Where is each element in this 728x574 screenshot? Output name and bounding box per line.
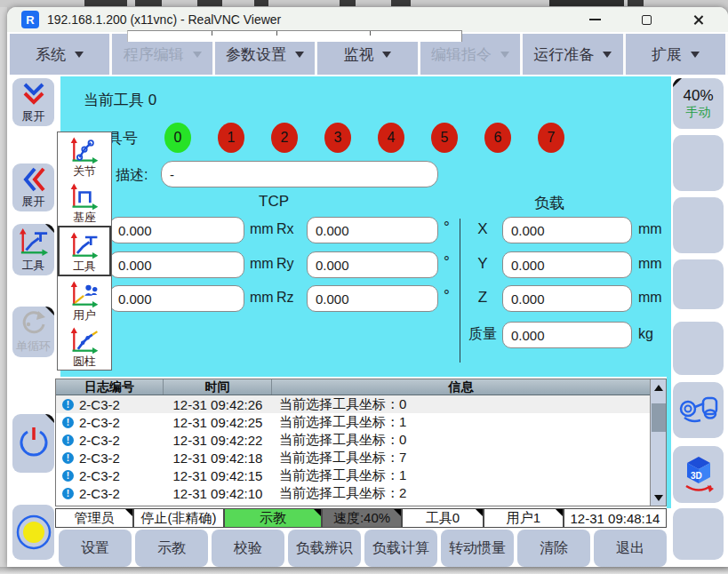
status-tool[interactable]: 工具0 <box>402 508 484 528</box>
hand-guide-button[interactable] <box>673 382 724 438</box>
hand-guide-icon <box>677 391 720 430</box>
log-id: 2-C3-2 <box>79 468 120 483</box>
desktop-background-bottom <box>0 567 728 574</box>
right-rail-button-empty-3[interactable] <box>673 259 724 309</box>
tcp-rz-label: Rz <box>276 290 294 306</box>
coord-item-joint[interactable]: 关节 <box>58 132 111 179</box>
tool-frame-button[interactable]: 工具 <box>12 224 54 275</box>
info-icon: ! <box>62 488 74 499</box>
menu-label: 编辑指令 <box>431 44 492 65</box>
title-bar[interactable]: R 192.168.1.200 (x11vnc) - RealVNC Viewe… <box>7 7 728 32</box>
tool-circle-2[interactable]: 2 <box>271 123 298 153</box>
load-y-input[interactable] <box>502 251 632 278</box>
coordinate-frame-panel: 关节 基座 工具 <box>57 132 112 371</box>
desktop-fragment <box>549 0 624 6</box>
coord-item-cylinder[interactable]: 圆柱 <box>58 323 111 370</box>
load-mass-label: 质量 <box>465 325 500 344</box>
close-button[interactable] <box>691 12 705 27</box>
inertia-button[interactable]: 转动惯量 <box>441 530 514 567</box>
log-row[interactable]: !2-C3-2 12-31 09:42:25 当前选择工具坐标：1 <box>56 413 666 431</box>
status-user-frame[interactable]: 用户1 <box>484 508 564 528</box>
log-row[interactable]: !2-C3-2 12-31 09:42:18 当前选择工具坐标：7 <box>56 449 666 466</box>
tcp-z-input[interactable] <box>109 285 244 312</box>
tcp-x-input[interactable] <box>109 217 244 243</box>
single-cycle-button[interactable]: 单循环 <box>12 307 54 357</box>
load-calculate-button[interactable]: 负载计算 <box>364 530 437 567</box>
right-rail-button-empty-1[interactable] <box>673 135 724 191</box>
verify-button[interactable]: 校验 <box>212 530 284 567</box>
tool-circle-0[interactable]: 0 <box>164 123 191 153</box>
tool-circle-4[interactable]: 4 <box>378 123 404 153</box>
desktop-fragment <box>254 0 268 6</box>
close-icon <box>692 14 704 26</box>
maximize-button[interactable] <box>639 12 653 27</box>
scroll-up-button[interactable] <box>651 379 667 394</box>
tcp-rz-input[interactable] <box>307 285 438 312</box>
scrollbar-thumb[interactable] <box>652 403 666 432</box>
status-run-state-label: 停止(非精确) <box>141 510 217 527</box>
view-3d-button[interactable]: 3D <box>673 446 724 503</box>
speed-percent-label: 40% <box>683 87 713 105</box>
log-message: 当前选择工具坐标：0 <box>272 396 666 413</box>
status-user[interactable]: 管理员 <box>55 508 133 528</box>
status-mode-label: 示教 <box>260 510 286 527</box>
indicator-lamp-button[interactable] <box>12 505 54 560</box>
right-rail-button-empty-4[interactable] <box>673 322 724 375</box>
log-row[interactable]: !2-C3-2 12-31 09:42:22 当前选择工具坐标：0 <box>56 431 666 449</box>
tcp-rx-input[interactable] <box>307 217 438 243</box>
log-row[interactable]: !2-C3-2 12-31 09:42:15 当前选择工具坐标：1 <box>56 466 666 484</box>
menu-label: 扩展 <box>652 44 682 65</box>
expand-left-label: 展开 <box>22 194 45 210</box>
dropdown-arrow-icon <box>193 52 202 62</box>
load-z-unit: mm <box>638 290 662 306</box>
menu-label: 参数设置 <box>226 44 286 65</box>
teach-button[interactable]: 示教 <box>135 530 208 567</box>
log-time: 12-31 09:42:18 <box>164 450 272 466</box>
load-identify-button[interactable]: 负载辨识 <box>288 530 361 567</box>
description-input[interactable] <box>161 161 438 187</box>
status-mode[interactable]: 示教 <box>224 508 322 528</box>
corner-marker <box>45 307 54 315</box>
menu-run-prepare[interactable]: 运行准备 <box>523 34 622 75</box>
tool-circle-6[interactable]: 6 <box>484 123 511 153</box>
tool-circle-5[interactable]: 5 <box>431 123 458 153</box>
load-mass-input[interactable] <box>502 322 632 348</box>
status-run-state[interactable]: 停止(非精确) <box>133 508 224 528</box>
settings-button[interactable]: 设置 <box>59 530 132 567</box>
load-y-unit: mm <box>638 256 662 272</box>
tool-circle-3[interactable]: 3 <box>324 123 351 153</box>
tcp-x-unit: mm <box>250 221 274 237</box>
clear-button[interactable]: 清除 <box>517 530 590 567</box>
desktop-fragment <box>135 0 162 6</box>
load-x-input[interactable] <box>502 217 632 243</box>
tcp-ry-input[interactable] <box>307 251 438 278</box>
log-row[interactable]: !2-C3-2 12-31 09:42:26 当前选择工具坐标：0 <box>56 395 666 413</box>
menu-label: 运行准备 <box>533 44 594 65</box>
scroll-down-button[interactable] <box>651 491 667 506</box>
speed-mode-button[interactable]: 40% 手动 <box>673 78 724 129</box>
right-rail-button-empty-2[interactable] <box>673 197 724 253</box>
right-rail-button-empty-5[interactable] <box>673 508 724 560</box>
log-row[interactable]: !2-C3-2 12-31 09:42:10 当前选择工具坐标：2 <box>56 484 666 502</box>
log-scrollbar[interactable] <box>650 379 666 506</box>
desktop-background-left <box>0 7 7 569</box>
expand-left-button[interactable]: 展开 <box>12 163 54 211</box>
exit-button[interactable]: 退出 <box>594 530 667 567</box>
minimize-button[interactable] <box>588 12 602 27</box>
coord-label: 圆柱 <box>73 355 96 367</box>
expand-down-button[interactable]: 展开 <box>12 78 54 126</box>
menu-system[interactable]: 系统 <box>10 34 109 75</box>
coord-item-base[interactable]: 基座 <box>58 179 111 227</box>
load-z-input[interactable] <box>502 285 632 312</box>
menu-label: 程序编辑 <box>124 44 184 65</box>
coord-item-user[interactable]: 用户 <box>58 276 111 323</box>
tcp-y-input[interactable] <box>109 251 244 278</box>
menu-extend[interactable]: 扩展 <box>626 34 725 75</box>
coord-item-tool[interactable]: 工具 <box>58 226 111 276</box>
arrow-up-icon <box>654 380 663 391</box>
tool-circle-7[interactable]: 7 <box>538 123 564 153</box>
tool-circle-1[interactable]: 1 <box>218 123 244 153</box>
maximize-icon <box>642 15 652 25</box>
power-button[interactable] <box>12 414 54 473</box>
status-speed[interactable]: 速度:40% <box>322 508 402 528</box>
